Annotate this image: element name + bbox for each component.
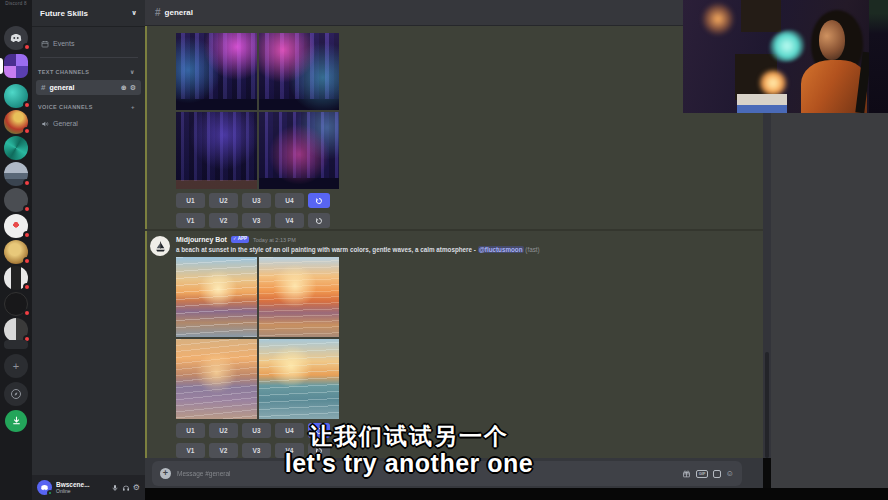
- webcam-overlay: [683, 0, 888, 113]
- sidebar-item-events[interactable]: Events: [36, 36, 141, 51]
- letterbox-bar: [145, 488, 888, 500]
- subtitle-english: let's try another one: [0, 449, 818, 478]
- online-status-dot: [47, 490, 53, 496]
- channel-item-general[interactable]: # general ⊕ ⚙: [36, 80, 141, 95]
- variation-v2-button[interactable]: V2: [209, 213, 238, 228]
- add-server-button[interactable]: +: [4, 354, 28, 378]
- plus-icon: +: [13, 360, 19, 372]
- microphone-icon[interactable]: [111, 484, 119, 492]
- notification-badge: [23, 309, 31, 317]
- generated-image-1[interactable]: [176, 257, 257, 337]
- invite-people-icon[interactable]: ⊕: [121, 84, 127, 92]
- generated-image-3[interactable]: [176, 339, 257, 419]
- generated-image-3[interactable]: [176, 112, 257, 189]
- notification-badge: [23, 127, 31, 135]
- user-panel: Bwscene... Online ⚙: [32, 475, 145, 500]
- notification-badge: [23, 101, 31, 109]
- message-divider: [145, 229, 763, 231]
- notification-badge: [23, 231, 31, 239]
- user-mention[interactable]: @fluctusmoon: [478, 246, 524, 253]
- channel-title: general: [165, 8, 193, 17]
- speaker-icon: [41, 120, 49, 128]
- prompt-text: a beach at sunset in the style of an oil…: [176, 246, 736, 253]
- upscale-u3-button[interactable]: U3: [242, 193, 271, 208]
- midjourney-bot-avatar[interactable]: [150, 236, 170, 256]
- hash-icon: #: [155, 7, 161, 18]
- events-label: Events: [53, 40, 74, 47]
- notification-badge: [23, 43, 31, 51]
- server-folder[interactable]: [4, 340, 28, 349]
- voice-channels-section[interactable]: VOICE CHANNELS +: [38, 104, 141, 110]
- reset-icon: [315, 217, 323, 225]
- notification-badge: [23, 179, 31, 187]
- variation-v3-button[interactable]: V3: [242, 213, 271, 228]
- compass-icon: [10, 388, 22, 400]
- chevron-down-icon: ∨: [130, 68, 135, 75]
- upscale-u4-button[interactable]: U4: [275, 193, 304, 208]
- background-dark-edge: [869, 0, 888, 113]
- user-avatar[interactable]: [37, 480, 52, 495]
- user-status: Online: [56, 488, 90, 494]
- notification-badge: [23, 205, 31, 213]
- divider: [40, 57, 138, 58]
- variation-v1-button[interactable]: V1: [176, 213, 205, 228]
- channel-settings-gear-icon[interactable]: ⚙: [130, 84, 136, 92]
- generated-image-1[interactable]: [176, 33, 257, 110]
- upscale-u1-button[interactable]: U1: [176, 193, 205, 208]
- generated-image-2[interactable]: [259, 33, 340, 110]
- text-channels-label: TEXT CHANNELS: [38, 69, 89, 75]
- server-icon[interactable]: [4, 136, 28, 160]
- generated-image-4[interactable]: [259, 112, 340, 189]
- events-icon: [41, 40, 49, 48]
- message-header: Midjourney Bot ✓ APP Today at 2:13 PM: [176, 236, 296, 243]
- neon-light: [769, 30, 805, 62]
- server-name: Future Skills: [40, 9, 88, 18]
- generated-image-4[interactable]: [259, 339, 340, 419]
- app-badge-label: APP: [238, 237, 247, 242]
- settings-gear-icon[interactable]: ⚙: [133, 483, 140, 492]
- text-channels-section[interactable]: TEXT CHANNELS ∨: [38, 68, 141, 75]
- watermark-text: Discord 8: [0, 1, 32, 6]
- bot-name: Midjourney Bot: [176, 236, 227, 243]
- timestamp: Today at 2:13 PM: [253, 237, 296, 243]
- username: Bwscene...: [56, 481, 90, 489]
- reroll-icon: [315, 197, 323, 205]
- hash-icon: #: [41, 83, 45, 92]
- voice-channel-item-general[interactable]: General: [36, 116, 141, 131]
- shelf-shadow: [741, 0, 781, 32]
- midjourney-image-grid-city[interactable]: [176, 33, 339, 189]
- channel-name: general: [49, 84, 74, 91]
- voice-channels-label: VOICE CHANNELS: [38, 104, 93, 110]
- shelf-box: [737, 94, 787, 113]
- server-header[interactable]: Future Skills ∨: [32, 0, 145, 27]
- reroll-button[interactable]: [308, 193, 330, 208]
- app-badge: ✓ APP: [231, 236, 249, 243]
- plus-icon: +: [131, 104, 135, 110]
- lamp-glow: [701, 2, 735, 36]
- headphones-icon[interactable]: [122, 484, 130, 492]
- reset-button[interactable]: [308, 213, 330, 228]
- generated-image-2[interactable]: [259, 257, 340, 337]
- selected-server-indicator: [0, 58, 3, 74]
- prompt-body: a beach at sunset in the style of an oil…: [176, 246, 476, 253]
- notification-badge: [23, 257, 31, 265]
- midjourney-image-grid-beach[interactable]: [176, 257, 339, 419]
- discord-logo-icon: [9, 31, 23, 45]
- upscale-button-row: U1 U2 U3 U4: [176, 193, 330, 208]
- subtitle-chinese: 让我们试试另一个: [0, 421, 818, 452]
- check-icon: ✓: [233, 237, 237, 242]
- fast-mode-label: (fast): [525, 246, 539, 253]
- upscale-u2-button[interactable]: U2: [209, 193, 238, 208]
- notification-badge: [23, 283, 31, 291]
- app-screenshot: Discord 8 +: [0, 0, 888, 500]
- variation-v4-button[interactable]: V4: [275, 213, 304, 228]
- variation-button-row: V1 V2 V3 V4: [176, 213, 330, 228]
- chevron-down-icon: ∨: [131, 9, 137, 17]
- candle-glow: [759, 70, 787, 96]
- sailboat-icon: [154, 240, 167, 253]
- voice-channel-name: General: [53, 120, 78, 127]
- person-face: [819, 20, 845, 60]
- server-icon[interactable]: [4, 54, 28, 78]
- explore-servers-button[interactable]: [4, 382, 28, 406]
